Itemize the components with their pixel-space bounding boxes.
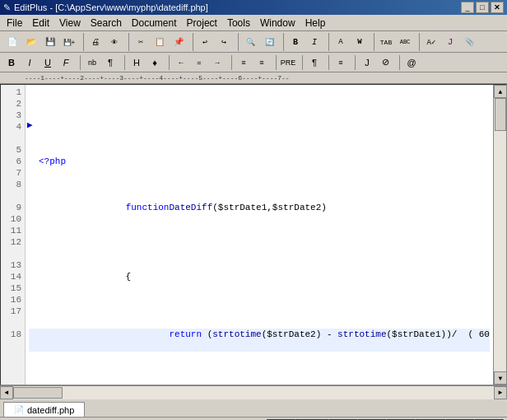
align2-button[interactable]: ≡ <box>235 55 252 70</box>
align3-button[interactable]: ≡ <box>254 55 270 70</box>
line-num: 3 <box>4 110 21 121</box>
line-num: 10 <box>4 213 21 225</box>
diamond-button[interactable]: ♦ <box>147 55 163 70</box>
menu-window[interactable]: Window <box>255 16 300 30</box>
scroll-down-button[interactable]: ▼ <box>494 371 507 385</box>
main-toolbar: 📄 📂 💾 💾+ 🖨 👁 ✂ 📋 📌 ↩ ↪ 🔍 🔄 B I A W TAB A… <box>0 31 507 53</box>
new-button[interactable]: 📄 <box>3 33 21 51</box>
nbsp-button[interactable]: nb <box>84 55 100 70</box>
line-num <box>4 317 21 329</box>
line-num: 2 <box>4 98 21 110</box>
maximize-button[interactable]: □ <box>476 2 489 13</box>
italic-button[interactable]: I <box>305 33 323 51</box>
window-controls[interactable]: _ □ ✕ <box>461 2 504 13</box>
font-button[interactable]: W <box>351 33 369 51</box>
cut-button[interactable]: ✂ <box>132 33 150 51</box>
replace-button[interactable]: 🔄 <box>260 33 278 51</box>
tab-icon: 📄 <box>14 405 24 414</box>
line-num: 18 <box>4 329 21 340</box>
print-preview-button[interactable]: 👁 <box>105 33 123 51</box>
line-num: 9 <box>4 202 21 213</box>
code-line-2: function DateDiff($strDate1,$strDate2) <box>29 202 490 225</box>
window-title: EditPlus - [C:\AppServ\www\myphp\datedif… <box>14 2 461 12</box>
toolbar-sep-4 <box>235 33 239 51</box>
line-num <box>4 248 21 259</box>
spell-button[interactable]: A✓ <box>422 33 440 51</box>
line-num: 6 <box>4 156 21 167</box>
bold-fmt-button[interactable]: B <box>3 55 20 70</box>
line-num: 16 <box>4 294 21 306</box>
underline-fmt-button[interactable]: U <box>40 55 56 70</box>
toolbar-sep-7 <box>371 33 374 51</box>
menu-help[interactable]: Help <box>300 16 331 30</box>
menu-search[interactable]: Search <box>86 16 127 30</box>
fmt-sep-4 <box>229 55 232 70</box>
h-scroll-track[interactable] <box>13 386 494 399</box>
clip-button[interactable]: 📎 <box>460 33 478 51</box>
close-button[interactable]: ✕ <box>491 2 504 13</box>
tab-button[interactable]: TAB <box>377 33 395 51</box>
bold-button[interactable]: B <box>286 33 305 51</box>
abc-button[interactable]: ABC <box>396 33 414 51</box>
code-editor[interactable]: ▶ <?php function DateDiff($strDate1,$str… <box>26 85 493 385</box>
find-button[interactable]: 🔍 <box>241 33 259 51</box>
align-center-button[interactable]: = <box>191 55 207 70</box>
scroll-right-button[interactable]: ► <box>494 386 507 399</box>
circle-button[interactable]: ⊘ <box>377 55 393 70</box>
j-button[interactable]: J <box>441 33 459 51</box>
toolbar-sep-6 <box>326 33 329 51</box>
horizontal-scrollbar-area: ◄ ► <box>0 385 507 399</box>
scroll-track[interactable] <box>494 98 506 371</box>
minimize-button[interactable]: _ <box>461 2 474 13</box>
toolbar-sep-2 <box>126 33 129 51</box>
align4-button[interactable]: ≡ <box>333 55 349 70</box>
justify-button[interactable]: J <box>359 55 375 70</box>
line-num: 15 <box>4 282 21 294</box>
menu-view[interactable]: View <box>54 16 86 30</box>
print-button[interactable]: 🖨 <box>86 33 105 51</box>
menu-file[interactable]: File <box>2 16 27 30</box>
copy-button[interactable]: 📋 <box>151 33 169 51</box>
line-arrow: ▶ <box>27 119 33 131</box>
save-all-button[interactable]: 💾+ <box>60 33 78 51</box>
line-num: 11 <box>4 225 21 236</box>
line-num: 14 <box>4 271 21 282</box>
redo-button[interactable]: ↪ <box>215 33 233 51</box>
fmt-sep-2 <box>122 55 125 70</box>
h-tag-button[interactable]: H <box>128 55 145 70</box>
fmt-sep-1 <box>77 55 81 70</box>
menu-edit[interactable]: Edit <box>27 16 54 30</box>
save-button[interactable]: 💾 <box>41 33 59 51</box>
color-button[interactable]: A <box>332 33 350 51</box>
menu-document[interactable]: Document <box>127 16 182 30</box>
fmt-sep-3 <box>166 55 170 70</box>
code-container: 1 2 3 4 5 6 7 8 9 10 11 12 13 14 15 16 1… <box>0 84 507 385</box>
h-scroll-thumb[interactable] <box>13 387 63 399</box>
line-numbers: 1 2 3 4 5 6 7 8 9 10 11 12 13 14 15 16 1… <box>1 85 26 385</box>
scroll-left-button[interactable]: ◄ <box>0 386 13 399</box>
at-button[interactable]: @ <box>403 55 420 70</box>
align-right-button[interactable]: → <box>209 55 226 70</box>
para-button[interactable]: ¶ <box>102 55 119 70</box>
fmt-sep-9 <box>397 55 400 70</box>
undo-button[interactable]: ↩ <box>196 33 214 51</box>
line-num <box>4 133 21 144</box>
fmt-sep-8 <box>352 55 356 70</box>
code-line-3: { <box>29 259 490 294</box>
scroll-thumb[interactable] <box>495 98 506 131</box>
menu-tools[interactable]: Tools <box>222 16 255 30</box>
vertical-scrollbar[interactable]: ▲ ▼ <box>493 85 506 385</box>
open-button[interactable]: 📂 <box>22 33 40 51</box>
align-left-button[interactable]: ← <box>173 55 189 70</box>
line-num: 12 <box>4 236 21 248</box>
font-color-button[interactable]: F <box>58 55 74 70</box>
paste-button[interactable]: 📌 <box>170 33 188 51</box>
file-tab[interactable]: 📄 datediff.php <box>3 402 85 417</box>
title-icon: ✎ <box>3 2 11 13</box>
menu-project[interactable]: Project <box>182 16 222 30</box>
scroll-up-button[interactable]: ▲ <box>494 85 507 98</box>
pre-button[interactable]: PRE <box>280 55 296 70</box>
fmt-sep-6 <box>300 55 303 70</box>
para2-button[interactable]: ¶ <box>306 55 323 70</box>
italic-fmt-button[interactable]: I <box>21 55 38 70</box>
